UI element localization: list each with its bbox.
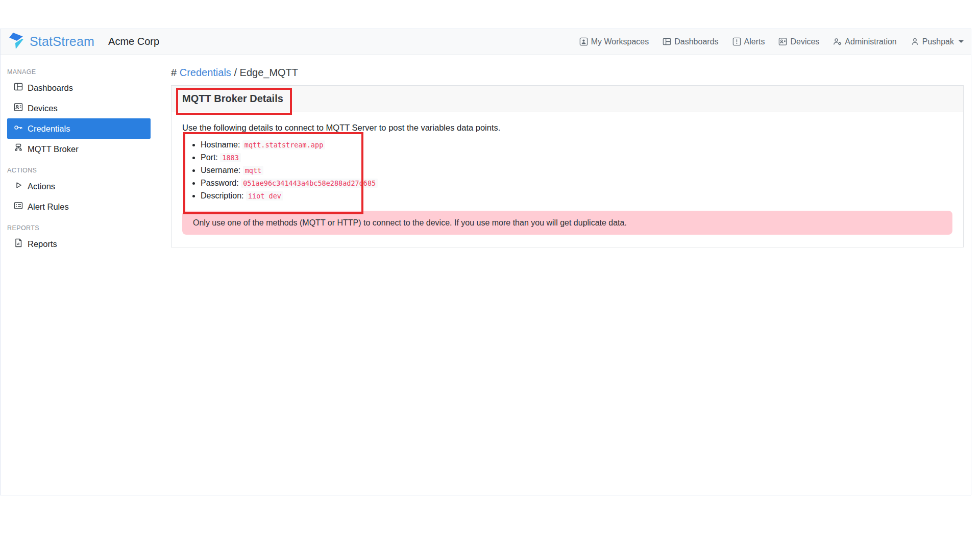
diagram-icon: [14, 143, 23, 155]
sidebar-item-devices[interactable]: Devices: [7, 98, 151, 118]
sidebar-item-alert-rules[interactable]: Alert Rules: [7, 196, 151, 217]
detail-label: Password:: [201, 179, 239, 187]
contact-card-icon: [778, 37, 787, 46]
hostname-value: mqtt.statstream.app: [242, 140, 325, 149]
app-window: StatStream Acme Corp My Workspaces: [0, 29, 971, 495]
nav-label: Dashboards: [674, 37, 718, 46]
sidebar-item-label: Dashboards: [28, 83, 73, 93]
nav-item-administration[interactable]: Administration: [833, 37, 896, 46]
sidebar-item-label: Alert Rules: [28, 202, 69, 212]
mqtt-broker-details-card: MQTT Broker Details Use the following de…: [171, 85, 964, 247]
card-list-icon: [14, 201, 23, 212]
breadcrumb-hash: #: [171, 67, 177, 78]
sidebar-item-label: MQTT Broker: [28, 144, 79, 154]
layout-icon: [663, 37, 671, 46]
sidebar-section-reports: REPORTS: [1, 224, 151, 232]
card-body: Use the following details to connect to …: [172, 112, 963, 247]
nav-label: Administration: [845, 37, 896, 46]
detail-description: Description: iiot dev: [201, 191, 952, 201]
detail-username: Username: mqtt: [201, 165, 952, 176]
card-header: MQTT Broker Details: [172, 86, 963, 112]
breadcrumb: # Credentials / Edge_MQTT: [171, 67, 964, 79]
username-value: mqtt: [243, 166, 264, 175]
layout-icon: [14, 82, 23, 93]
detail-password: Password: 051ae96c341443a4bc58e288ad27d6…: [201, 178, 952, 188]
nav-item-alerts[interactable]: Alerts: [732, 37, 765, 46]
top-navbar: StatStream Acme Corp My Workspaces: [1, 29, 971, 55]
top-nav-menu: My Workspaces Dashboards: [579, 37, 964, 46]
nav-item-dashboards[interactable]: Dashboards: [663, 37, 718, 46]
brand-logo[interactable]: StatStream: [8, 32, 94, 52]
person-gear-icon: [833, 37, 842, 46]
sidebar-item-label: Devices: [28, 104, 58, 113]
breadcrumb-link-credentials[interactable]: Credentials: [180, 67, 231, 78]
sidebar-item-credentials[interactable]: Credentials: [7, 118, 151, 139]
sidebar-item-label: Actions: [28, 182, 55, 191]
breadcrumb-current: Edge_MQTT: [240, 67, 298, 78]
play-icon: [14, 181, 23, 192]
statstream-logo-icon: [8, 32, 25, 52]
password-value: 051ae96c341443a4bc58e288ad27d685: [241, 179, 378, 188]
exclamation-square-icon: [732, 37, 741, 46]
sidebar-item-mqtt-broker[interactable]: MQTT Broker: [7, 139, 151, 159]
sidebar: MANAGE Dashboards: [1, 55, 151, 495]
brand-name: StatStream: [30, 34, 94, 49]
credential-details-list: Hostname: mqtt.statstream.app Port: 1883…: [182, 140, 952, 201]
workspace-name: Acme Corp: [108, 36, 159, 47]
layout-row: MANAGE Dashboards: [1, 55, 971, 495]
sidebar-item-reports[interactable]: Reports: [7, 234, 151, 254]
nav-label: Devices: [790, 37, 819, 46]
detail-label: Description:: [201, 191, 243, 200]
sidebar-item-label: Credentials: [28, 124, 70, 134]
card-intro-text: Use the following details to connect to …: [182, 123, 952, 133]
user-menu[interactable]: Pushpak: [911, 37, 964, 46]
detail-label: Port:: [201, 153, 218, 162]
user-name: Pushpak: [922, 37, 954, 46]
breadcrumb-separator: /: [234, 67, 237, 78]
person-icon: [911, 37, 919, 46]
detail-label: Username:: [201, 166, 240, 174]
screenshot-canvas: StatStream Acme Corp My Workspaces: [0, 0, 980, 551]
file-report-icon: [14, 238, 23, 249]
main-content: # Credentials / Edge_MQTT MQTT Broker De…: [151, 55, 971, 495]
nav-label: My Workspaces: [591, 37, 649, 46]
port-value: 1883: [220, 153, 241, 162]
nav-item-my-workspaces[interactable]: My Workspaces: [579, 37, 649, 46]
sidebar-item-dashboards[interactable]: Dashboards: [7, 78, 151, 98]
duplicate-data-warning: Only use one of the methods (MQTT or HTT…: [182, 211, 952, 235]
description-value: iiot dev: [246, 191, 283, 201]
person-badge-icon: [579, 37, 588, 46]
card-title: MQTT Broker Details: [182, 93, 283, 104]
caret-down-icon: [959, 40, 964, 43]
detail-port: Port: 1883: [201, 153, 952, 163]
sidebar-section-actions: ACTIONS: [1, 167, 151, 174]
sidebar-section-manage: MANAGE: [1, 68, 151, 76]
key-icon: [14, 123, 23, 134]
detail-hostname: Hostname: mqtt.statstream.app: [201, 140, 952, 150]
contact-card-icon: [14, 103, 23, 114]
sidebar-item-actions[interactable]: Actions: [7, 176, 151, 196]
detail-label: Hostname:: [201, 140, 240, 149]
nav-item-devices[interactable]: Devices: [778, 37, 819, 46]
nav-label: Alerts: [744, 37, 765, 46]
sidebar-item-label: Reports: [28, 239, 57, 249]
